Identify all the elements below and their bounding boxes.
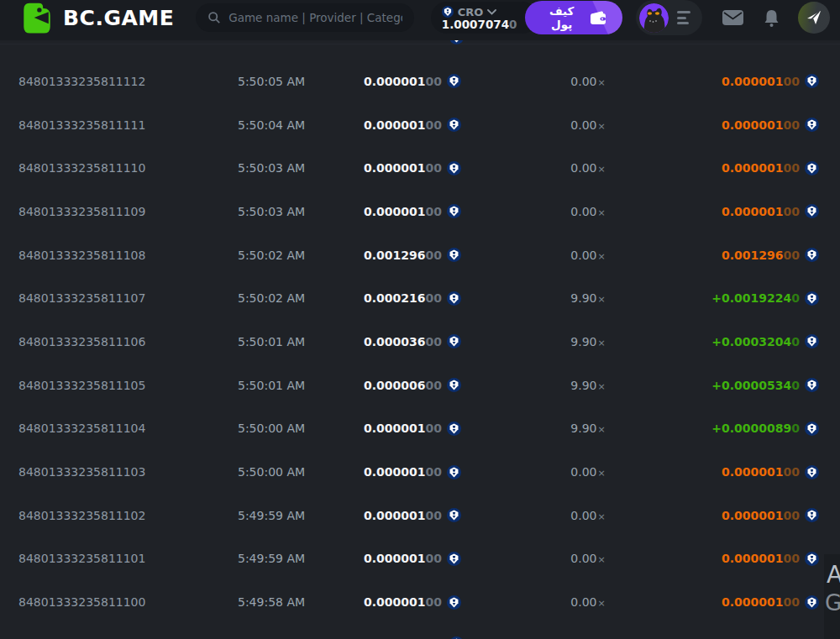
bell-icon[interactable] <box>764 9 780 27</box>
cro-coin-icon <box>447 552 461 566</box>
bet-payout: +0.00192240 <box>706 291 840 306</box>
brand-title: BC.GAME <box>63 6 174 30</box>
bet-id: 84801333235811103 <box>0 465 227 479</box>
bet-id: 84801333235811104 <box>0 422 227 435</box>
profile-menu <box>636 0 702 35</box>
cro-coin-icon <box>805 204 819 218</box>
bet-time: 5:50:00 AM <box>227 422 361 435</box>
bet-payout: 0.00000100 <box>706 595 840 610</box>
bet-payout: 0.00129600 <box>706 248 840 262</box>
brand-logo[interactable]: BC.GAME <box>22 1 174 34</box>
cro-coin-icon <box>805 552 819 566</box>
cro-coin-icon <box>447 595 461 610</box>
bet-amount: 0.00000100 <box>361 118 470 132</box>
cro-coin-icon <box>447 334 461 348</box>
bet-multiplier: 0.00× <box>470 465 706 479</box>
bet-amount: 0.00000100 <box>361 161 470 175</box>
bet-id: 84801333235811112 <box>0 75 227 88</box>
bet-time: 5:50:01 AM <box>227 379 361 392</box>
bet-multiplier: 0.00× <box>470 75 706 88</box>
chat-icon[interactable] <box>798 2 830 34</box>
mail-icon[interactable] <box>722 10 743 25</box>
cro-coin-icon <box>447 508 461 522</box>
cutoff-letter-top: A <box>827 561 840 589</box>
currency-code: CRO <box>458 6 484 18</box>
bet-multiplier: 9.90× <box>470 379 706 392</box>
bet-amount: 0.00000100 <box>361 74 470 88</box>
table-row[interactable]: 84801333235811105 5:50:01 AM 0.00000600 … <box>0 364 840 407</box>
bet-payout: 0.00000100 <box>706 118 840 132</box>
cro-coin-icon <box>805 248 819 262</box>
table-row[interactable]: 84801333235811111 5:50:04 AM 0.00000100 … <box>0 103 840 147</box>
table-row[interactable]: 84801333235811108 5:50:02 AM 0.00129600 … <box>0 233 840 277</box>
chevron-down-icon <box>487 9 496 15</box>
avatar[interactable] <box>639 3 669 33</box>
cro-coin-icon <box>447 74 461 88</box>
table-row[interactable]: 84801333235811106 5:50:01 AM 0.00003600 … <box>0 320 840 364</box>
cro-coin-icon <box>447 465 461 479</box>
bet-multiplier: 0.00× <box>470 161 706 175</box>
bet-id: 84801333235811105 <box>0 379 227 392</box>
divider <box>0 44 840 45</box>
bet-multiplier: 0.00× <box>470 118 706 132</box>
menu-icon[interactable] <box>677 11 690 24</box>
bet-id: 84801333235811108 <box>0 249 227 262</box>
bet-id: 84801333235811101 <box>0 552 227 565</box>
bet-id: 84801333235811106 <box>0 335 227 348</box>
currency-selector[interactable]: CRO 1.00070740 <box>431 2 539 34</box>
bet-amount: 0.00003600 <box>361 334 470 348</box>
search-input[interactable] <box>228 11 402 24</box>
cro-coin-icon <box>805 378 819 392</box>
bet-multiplier: 0.00× <box>470 509 706 522</box>
bet-amount: 0.00000100 <box>361 552 470 566</box>
table-row[interactable]: 84801333235811104 5:50:00 AM 0.00000100 … <box>0 407 840 451</box>
bet-multiplier: 9.90× <box>470 422 706 435</box>
cro-coin-icon <box>447 422 461 436</box>
bet-time: 5:50:02 AM <box>227 249 361 262</box>
table-row[interactable]: 84801333235811107 5:50:02 AM 0.00021600 … <box>0 276 840 320</box>
bet-payout: 0.00000100 <box>706 161 840 175</box>
wallet-icon <box>590 11 606 25</box>
game-search[interactable] <box>196 3 414 32</box>
bet-time: 5:50:04 AM <box>227 118 361 132</box>
bet-payout: +0.00032040 <box>706 334 840 348</box>
table-row[interactable]: 84801333235811101 5:49:59 AM 0.00000100 … <box>0 537 840 581</box>
bet-multiplier: 0.00× <box>470 595 706 609</box>
bet-amount: 0.00000100 <box>361 595 470 610</box>
table-row[interactable]: 84801333235811100 5:49:58 AM 0.00000100 … <box>0 580 840 624</box>
wallet-balance: 1.00070740 <box>442 18 517 30</box>
cro-coin-icon <box>805 161 819 175</box>
bet-payout: 0.00000100 <box>706 465 840 479</box>
cro-coin-icon <box>447 378 461 392</box>
table-row[interactable]: 84801333235811102 5:49:59 AM 0.00000100 … <box>0 494 840 537</box>
cro-coin-icon <box>447 248 461 262</box>
bet-rows: 84801333235811112 5:50:05 AM 0.00000100 … <box>0 60 840 624</box>
bet-time: 5:49:58 AM <box>227 595 361 609</box>
bet-amount: 0.00000100 <box>361 465 470 479</box>
bet-payout: 0.00000100 <box>706 204 840 218</box>
bet-multiplier: 0.00× <box>470 249 706 262</box>
cro-coin-icon <box>447 291 461 306</box>
bet-time: 5:50:00 AM <box>227 465 361 479</box>
bet-multiplier: 0.00× <box>470 205 706 218</box>
bet-id: 84801333235811111 <box>0 118 227 132</box>
wallet-button-label: كيف پول <box>541 4 582 31</box>
table-row[interactable]: 84801333235811103 5:50:00 AM 0.00000100 … <box>0 450 840 494</box>
cro-coin-icon <box>805 595 819 610</box>
bet-amount: 0.00000100 <box>361 422 470 436</box>
search-icon <box>207 11 221 24</box>
wallet-button[interactable]: كيف پول <box>525 1 622 34</box>
bet-multiplier: 9.90× <box>470 291 706 305</box>
table-row[interactable]: 84801333235811112 5:50:05 AM 0.00000100 … <box>0 60 840 103</box>
bet-time: 5:50:02 AM <box>227 291 361 305</box>
table-row[interactable]: 84801333235811110 5:50:03 AM 0.00000100 … <box>0 146 840 190</box>
bet-time: 5:50:05 AM <box>227 75 361 88</box>
bet-amount: 0.00021600 <box>361 291 470 306</box>
bcgame-logo-icon <box>22 1 53 34</box>
table-row[interactable]: 84801333235811109 5:50:03 AM 0.00000100 … <box>0 190 840 233</box>
bet-time: 5:50:03 AM <box>227 205 361 218</box>
bet-id: 84801333235811110 <box>0 161 227 175</box>
bet-id: 84801333235811100 <box>0 595 227 609</box>
bet-payout: 0.00000100 <box>706 508 840 522</box>
bet-payout: 0.00000100 <box>706 74 840 88</box>
